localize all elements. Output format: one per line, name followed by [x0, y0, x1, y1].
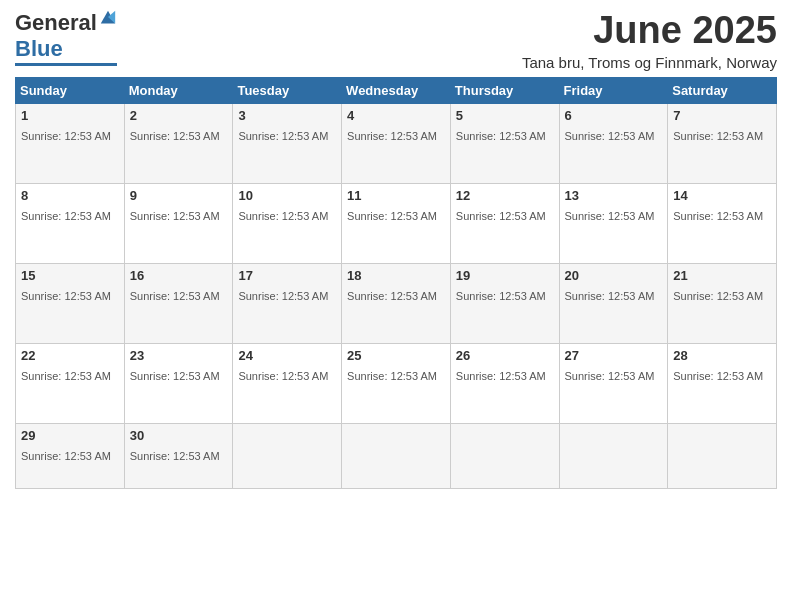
- day-number: 18: [347, 268, 445, 283]
- table-row: 11Sunrise: 12:53 AM: [342, 183, 451, 263]
- sunrise-time: Sunrise: 12:53 AM: [565, 210, 655, 222]
- day-number: 5: [456, 108, 554, 123]
- table-row: [668, 423, 777, 488]
- day-number: 27: [565, 348, 663, 363]
- table-row: [233, 423, 342, 488]
- logo-blue: Blue: [15, 36, 63, 62]
- day-number: 6: [565, 108, 663, 123]
- table-row: 18Sunrise: 12:53 AM: [342, 263, 451, 343]
- sunrise-time: Sunrise: 12:53 AM: [130, 290, 220, 302]
- table-row: 13Sunrise: 12:53 AM: [559, 183, 668, 263]
- sunrise-time: Sunrise: 12:53 AM: [130, 210, 220, 222]
- day-number: 28: [673, 348, 771, 363]
- day-number: 30: [130, 428, 228, 443]
- table-row: 25Sunrise: 12:53 AM: [342, 343, 451, 423]
- sunrise-time: Sunrise: 12:53 AM: [21, 450, 111, 462]
- title-block: June 2025 Tana bru, Troms og Finnmark, N…: [522, 10, 777, 71]
- sunrise-time: Sunrise: 12:53 AM: [238, 210, 328, 222]
- day-number: 23: [130, 348, 228, 363]
- location: Tana bru, Troms og Finnmark, Norway: [522, 54, 777, 71]
- day-number: 8: [21, 188, 119, 203]
- table-row: 10Sunrise: 12:53 AM: [233, 183, 342, 263]
- calendar-table: Sunday Monday Tuesday Wednesday Thursday…: [15, 77, 777, 489]
- day-number: 26: [456, 348, 554, 363]
- table-row: 1Sunrise: 12:53 AM: [16, 103, 125, 183]
- day-number: 11: [347, 188, 445, 203]
- table-row: 8Sunrise: 12:53 AM: [16, 183, 125, 263]
- sunrise-time: Sunrise: 12:53 AM: [238, 130, 328, 142]
- day-number: 7: [673, 108, 771, 123]
- table-row: 14Sunrise: 12:53 AM: [668, 183, 777, 263]
- sunrise-time: Sunrise: 12:53 AM: [347, 130, 437, 142]
- table-row: 20Sunrise: 12:53 AM: [559, 263, 668, 343]
- logo-general: General: [15, 10, 97, 36]
- day-number: 14: [673, 188, 771, 203]
- table-row: 19Sunrise: 12:53 AM: [450, 263, 559, 343]
- sunrise-time: Sunrise: 12:53 AM: [673, 290, 763, 302]
- day-number: 13: [565, 188, 663, 203]
- col-thursday: Thursday: [450, 77, 559, 103]
- day-number: 9: [130, 188, 228, 203]
- sunrise-time: Sunrise: 12:53 AM: [456, 290, 546, 302]
- day-number: 3: [238, 108, 336, 123]
- sunrise-time: Sunrise: 12:53 AM: [456, 370, 546, 382]
- sunrise-time: Sunrise: 12:53 AM: [347, 210, 437, 222]
- table-row: [450, 423, 559, 488]
- table-row: 29Sunrise: 12:53 AM: [16, 423, 125, 488]
- table-row: [342, 423, 451, 488]
- col-friday: Friday: [559, 77, 668, 103]
- sunrise-time: Sunrise: 12:53 AM: [238, 290, 328, 302]
- day-number: 21: [673, 268, 771, 283]
- table-row: 16Sunrise: 12:53 AM: [124, 263, 233, 343]
- sunrise-time: Sunrise: 12:53 AM: [21, 130, 111, 142]
- day-number: 16: [130, 268, 228, 283]
- sunrise-time: Sunrise: 12:53 AM: [456, 130, 546, 142]
- day-number: 19: [456, 268, 554, 283]
- table-row: 7Sunrise: 12:53 AM: [668, 103, 777, 183]
- table-row: 15Sunrise: 12:53 AM: [16, 263, 125, 343]
- day-number: 10: [238, 188, 336, 203]
- header: General Blue June 2025 Tana bru, Troms o…: [15, 10, 777, 71]
- sunrise-time: Sunrise: 12:53 AM: [21, 370, 111, 382]
- sunrise-time: Sunrise: 12:53 AM: [21, 210, 111, 222]
- logo-icon: [99, 9, 117, 27]
- table-row: 6Sunrise: 12:53 AM: [559, 103, 668, 183]
- day-number: 25: [347, 348, 445, 363]
- col-monday: Monday: [124, 77, 233, 103]
- sunrise-time: Sunrise: 12:53 AM: [456, 210, 546, 222]
- col-sunday: Sunday: [16, 77, 125, 103]
- day-number: 12: [456, 188, 554, 203]
- sunrise-time: Sunrise: 12:53 AM: [130, 130, 220, 142]
- sunrise-time: Sunrise: 12:53 AM: [565, 370, 655, 382]
- sunrise-time: Sunrise: 12:53 AM: [673, 370, 763, 382]
- sunrise-time: Sunrise: 12:53 AM: [130, 450, 220, 462]
- table-row: 12Sunrise: 12:53 AM: [450, 183, 559, 263]
- table-row: 26Sunrise: 12:53 AM: [450, 343, 559, 423]
- table-row: 23Sunrise: 12:53 AM: [124, 343, 233, 423]
- sunrise-time: Sunrise: 12:53 AM: [238, 370, 328, 382]
- table-row: 27Sunrise: 12:53 AM: [559, 343, 668, 423]
- day-number: 29: [21, 428, 119, 443]
- table-row: 17Sunrise: 12:53 AM: [233, 263, 342, 343]
- day-number: 2: [130, 108, 228, 123]
- table-row: 22Sunrise: 12:53 AM: [16, 343, 125, 423]
- sunrise-time: Sunrise: 12:53 AM: [130, 370, 220, 382]
- day-number: 24: [238, 348, 336, 363]
- day-number: 17: [238, 268, 336, 283]
- table-row: 9Sunrise: 12:53 AM: [124, 183, 233, 263]
- table-row: 4Sunrise: 12:53 AM: [342, 103, 451, 183]
- col-saturday: Saturday: [668, 77, 777, 103]
- sunrise-time: Sunrise: 12:53 AM: [565, 290, 655, 302]
- sunrise-time: Sunrise: 12:53 AM: [21, 290, 111, 302]
- logo: General Blue: [15, 10, 117, 66]
- table-row: 28Sunrise: 12:53 AM: [668, 343, 777, 423]
- table-row: 30Sunrise: 12:53 AM: [124, 423, 233, 488]
- sunrise-time: Sunrise: 12:53 AM: [347, 290, 437, 302]
- table-row: 21Sunrise: 12:53 AM: [668, 263, 777, 343]
- sunrise-time: Sunrise: 12:53 AM: [565, 130, 655, 142]
- table-row: [559, 423, 668, 488]
- day-number: 4: [347, 108, 445, 123]
- day-number: 22: [21, 348, 119, 363]
- col-tuesday: Tuesday: [233, 77, 342, 103]
- table-row: 2Sunrise: 12:53 AM: [124, 103, 233, 183]
